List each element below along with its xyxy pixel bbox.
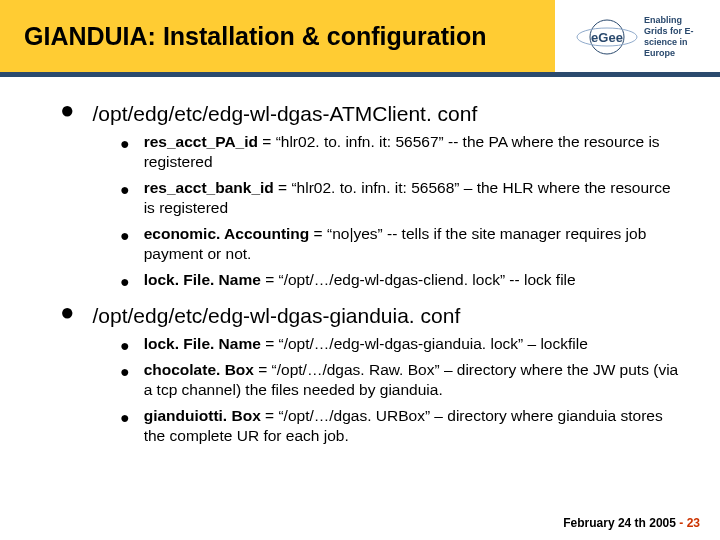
- list-item: ● lock. File. Name = “/opt/…/edg-wl-dgas…: [120, 334, 680, 354]
- section-heading: ● /opt/edg/etc/edg-wl-dgas-gianduia. con…: [60, 304, 680, 328]
- list-text: res_acct_bank_id = “hlr02. to. infn. it:…: [144, 178, 680, 218]
- bullet-icon: ●: [60, 98, 75, 122]
- title-band: GIANDUIA: Installation & configuration: [0, 0, 555, 72]
- list-text: lock. File. Name = “/opt/…/edg-wl-dgas-g…: [144, 334, 588, 354]
- list-item: ● chocolate. Box = “/opt/…/dgas. Raw. Bo…: [120, 360, 680, 400]
- svg-text:eGee: eGee: [591, 30, 623, 45]
- footer-separator: -: [676, 516, 687, 530]
- bullet-icon: ●: [120, 182, 130, 198]
- bullet-icon: ●: [60, 300, 75, 324]
- page-title: GIANDUIA: Installation & configuration: [24, 22, 487, 51]
- list-text: economic. Accounting = “no|yes” -- tells…: [144, 224, 680, 264]
- list-item: ● res_acct_PA_id = “hlr02. to. infn. it:…: [120, 132, 680, 172]
- title-bar: GIANDUIA: Installation & configuration e…: [0, 0, 720, 72]
- list-text: chocolate. Box = “/opt/…/dgas. Raw. Box”…: [144, 360, 680, 400]
- list: ● res_acct_PA_id = “hlr02. to. infn. it:…: [120, 132, 680, 290]
- list-text: gianduiotti. Box = “/opt/…/dgas. URBox” …: [144, 406, 680, 446]
- footer-date: February 24 th 2005: [563, 516, 676, 530]
- list-item: ● economic. Accounting = “no|yes” -- tel…: [120, 224, 680, 264]
- slide: GIANDUIA: Installation & configuration e…: [0, 0, 720, 540]
- divider: [0, 72, 720, 77]
- logo: eGee Enabling Grids for E-science in Eur…: [576, 6, 706, 68]
- list-item: ● lock. File. Name = “/opt/…/edg-wl-dgas…: [120, 270, 680, 290]
- list-item: ● gianduiotti. Box = “/opt/…/dgas. URBox…: [120, 406, 680, 446]
- list: ● lock. File. Name = “/opt/…/edg-wl-dgas…: [120, 334, 680, 446]
- section-heading-text: /opt/edg/etc/edg-wl-dgas-ATMClient. conf: [93, 102, 478, 126]
- bullet-icon: ●: [120, 228, 130, 244]
- list-text: lock. File. Name = “/opt/…/edg-wl-dgas-c…: [144, 270, 576, 290]
- bullet-icon: ●: [120, 410, 130, 426]
- egee-logo-icon: eGee: [576, 18, 638, 56]
- logo-tagline: Enabling Grids for E-science in Europe: [644, 15, 706, 59]
- bullet-icon: ●: [120, 136, 130, 152]
- bullet-icon: ●: [120, 338, 130, 354]
- footer-page: 23: [687, 516, 700, 530]
- list-item: ● res_acct_bank_id = “hlr02. to. infn. i…: [120, 178, 680, 218]
- content: ● /opt/edg/etc/edg-wl-dgas-ATMClient. co…: [60, 96, 680, 452]
- section-heading: ● /opt/edg/etc/edg-wl-dgas-ATMClient. co…: [60, 102, 680, 126]
- section-heading-text: /opt/edg/etc/edg-wl-dgas-gianduia. conf: [93, 304, 461, 328]
- list-text: res_acct_PA_id = “hlr02. to. infn. it: 5…: [144, 132, 680, 172]
- bullet-icon: ●: [120, 364, 130, 380]
- bullet-icon: ●: [120, 274, 130, 290]
- footer: February 24 th 2005 - 23: [563, 516, 700, 530]
